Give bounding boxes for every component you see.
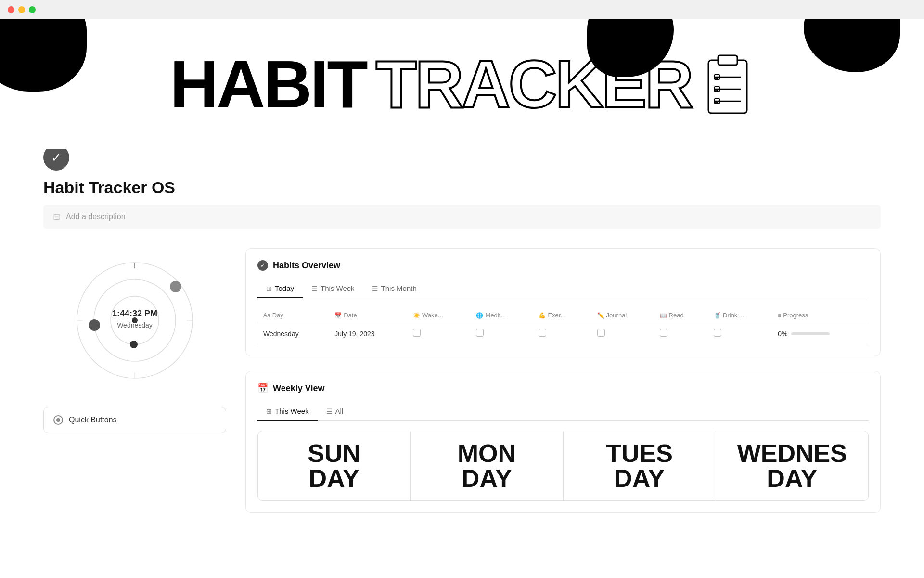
page-body: ✓ Habit Tracker OS ⊟ Add a description [0,144,924,542]
col-meditate: 🌐Medit... [470,308,533,323]
tab-weekly-all[interactable]: ☰ All [318,402,352,421]
tracker-text: TRACKER [376,51,692,118]
hero-title: HABIT TRACKER [170,51,754,118]
calendar-icon: 📅 [257,383,268,394]
svg-rect-0 [708,60,747,113]
habits-overview-check-icon: ✓ [257,260,268,271]
habits-overview-title: Habits Overview [273,261,340,271]
habits-table: AaDay 📅Date ☀️Wake... 🌐Medit... [257,308,869,344]
description-icon: ⊟ [53,211,60,222]
tab-this-week-label: This Week [321,284,355,292]
habits-overview-tabs: ⊞ Today ☰ This Week ☰ This Month [257,279,869,298]
maximize-button[interactable] [29,6,36,13]
svg-point-15 [170,281,181,292]
cell-journal[interactable] [591,323,654,344]
habit-text: HABIT [170,51,366,118]
cell-wake[interactable] [407,323,470,344]
tab-this-week[interactable]: ☰ This Week [303,279,363,298]
cell-meditate[interactable] [470,323,533,344]
day-name-monday: MONDAY [458,441,516,491]
day-card-sunday: SUNDAY [258,431,411,500]
checkbox-journal[interactable] [597,329,605,337]
svg-point-17 [130,341,138,348]
weekly-view-block: 📅 Weekly View ⊞ This Week ☰ All [245,371,881,513]
weekly-view-tabs: ⊞ This Week ☰ All [257,402,869,421]
progress-bar-bg [791,332,830,335]
day-name-tuesday: TUESDAY [606,441,673,491]
page: HABIT TRACKER ✓ Ha [0,19,924,542]
tab-today-label: Today [275,284,294,292]
tab-weekly-this-week-label: This Week [275,407,309,415]
checkbox-exercise[interactable] [539,329,546,337]
description-bar[interactable]: ⊟ Add a description [43,205,881,229]
tab-this-week-icon: ☰ [311,285,318,292]
tab-weekly-this-week-icon: ⊞ [266,407,272,415]
clock-svg: 1:44:32 PM Wednesday [72,258,197,383]
svg-point-16 [89,319,100,331]
table-row: Wednesday July 19, 2023 0% [257,323,869,344]
cell-drink[interactable] [708,323,772,344]
day-card-tuesday: TUESDAY [564,431,716,500]
titlebar [0,0,924,19]
day-name-wednesday: WEDNESDAY [737,441,847,491]
weekly-view-title: Weekly View [273,383,324,394]
day-name-sunday: SUNDAY [308,441,360,491]
cell-read[interactable] [654,323,708,344]
col-day: AaDay [257,308,329,323]
progress-cell: 0% [778,330,863,338]
day-card-wednesday: WEDNESDAY [716,431,868,500]
close-button[interactable] [8,6,14,13]
habits-overview-block: ✓ Habits Overview ⊞ Today ☰ This Week [245,248,881,356]
weekly-grid: SUNDAY MONDAY TUESDAY WEDNESDAY [257,431,869,501]
tab-weekly-all-label: All [335,407,344,415]
col-progress: ≡Progress [772,308,869,323]
col-journal: ✏️Journal [591,308,654,323]
tab-this-month-icon: ☰ [372,285,378,292]
page-title: Habit Tracker OS [43,178,881,197]
quick-buttons-icon [53,415,63,425]
checkbox-read[interactable] [660,329,667,337]
left-panel: 1:44:32 PM Wednesday Quick Buttons [43,248,226,433]
svg-text:1:44:32 PM: 1:44:32 PM [112,309,157,318]
col-date: 📅Date [329,308,407,323]
cell-day: Wednesday [257,323,329,344]
checkbox-wake[interactable] [413,329,421,337]
cell-date: July 19, 2023 [329,323,407,344]
main-layout: 1:44:32 PM Wednesday Quick Buttons [43,248,881,513]
habits-overview-header: ✓ Habits Overview [257,260,869,271]
checkbox-drink[interactable] [714,329,721,337]
col-read: 📖Read [654,308,708,323]
blob-top-right [804,19,900,72]
quick-buttons-label: Quick Buttons [69,416,117,424]
col-exercise: 💪Exer... [533,308,591,323]
blob-top-left [0,19,87,92]
weekly-view-header: 📅 Weekly View [257,383,869,394]
right-panel: ✓ Habits Overview ⊞ Today ☰ This Week [245,248,881,513]
cell-exercise[interactable] [533,323,591,344]
day-card-monday: MONDAY [411,431,563,500]
description-placeholder: Add a description [66,212,126,221]
quick-buttons[interactable]: Quick Buttons [43,407,226,433]
hero-banner: HABIT TRACKER [0,19,924,149]
tab-this-month[interactable]: ☰ This Month [363,279,425,298]
checkbox-meditate[interactable] [476,329,484,337]
tab-today-icon: ⊞ [266,285,272,292]
svg-rect-1 [718,55,737,65]
tab-weekly-this-week[interactable]: ⊞ This Week [257,402,318,421]
svg-text:Wednesday: Wednesday [117,321,153,329]
tab-weekly-all-icon: ☰ [326,407,333,415]
minimize-button[interactable] [18,6,25,13]
tab-this-month-label: This Month [381,284,417,292]
col-wake: ☀️Wake... [407,308,470,323]
clock-widget: 1:44:32 PM Wednesday [43,248,226,393]
tab-today[interactable]: ⊞ Today [257,279,303,298]
col-drink: 🥤Drink ... [708,308,772,323]
cell-progress: 0% [772,323,869,344]
progress-value: 0% [778,330,787,338]
clipboard-icon [701,51,754,118]
